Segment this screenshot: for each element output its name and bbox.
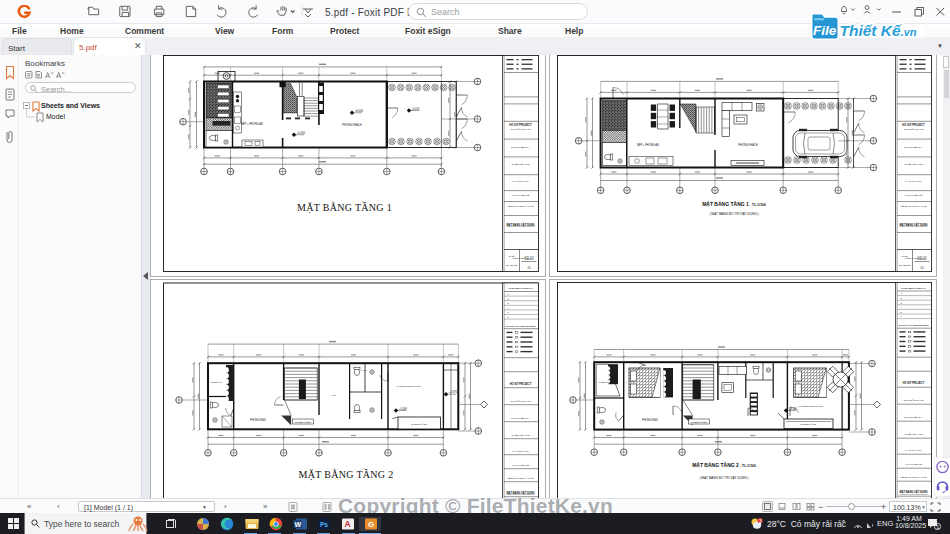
- svg-text:15: 15: [527, 266, 531, 270]
- svg-text:A: A: [345, 519, 351, 529]
- svg-text:TỈ LỆ: TỈ LỆ: [902, 255, 908, 258]
- svg-text:KỸ THUẬT T.K: KỸ THUẬT T.K: [905, 449, 922, 452]
- svg-text:( MẶT BẰNG BỐ TRÍ VẬT DỤNG ): ( MẶT BẰNG BỐ TRÍ VẬT DỤNG ): [699, 475, 748, 480]
- svg-text:CHỦ NHIỆM Đ.A: CHỦ NHIỆM Đ.A: [511, 417, 530, 420]
- svg-text:THÔNG TẦNG: THÔNG TẦNG: [691, 421, 707, 424]
- svg-text:File: File: [813, 23, 837, 38]
- svg-text:1: 1: [936, 524, 939, 530]
- svg-text:x.T.T THIẾT KẾ: x.T.T THIẾT KẾ: [905, 194, 923, 197]
- svg-text:TÊN BẢN VẼ NHÀ PHỐ: TÊN BẢN VẼ NHÀ PHỐ: [901, 205, 927, 208]
- svg-text:MẶT BẰNG TẦNG 1: MẶT BẰNG TẦNG 1: [297, 201, 392, 214]
- svg-text:HẠNG MỤC CÔNG TY: HẠNG MỤC CÔNG TY: [901, 287, 926, 290]
- svg-text:+0.475: +0.475: [360, 369, 367, 371]
- svg-text:PHÒNG NGỦ CHÍNH: PHÒNG NGỦ CHÍNH: [799, 405, 823, 408]
- svg-text:KT-02: KT-02: [524, 256, 533, 260]
- svg-text:TÊN BẢN VẼ NHÀ PHỐ: TÊN BẢN VẼ NHÀ PHỐ: [508, 477, 534, 480]
- svg-text:x.T.T THIẾT KẾ: x.T.T THIẾT KẾ: [905, 463, 922, 466]
- svg-text:±0.000: ±0.000: [355, 109, 363, 113]
- svg-text:THIẾT KẾ / KTS: THIẾT KẾ / KTS: [511, 163, 529, 166]
- svg-text:CHỦ ĐẦU TƯ XD: CHỦ ĐẦU TƯ XD: [511, 400, 531, 403]
- svg-text:THIẾT KẾ / KTS: THIẾT KẾ / KTS: [904, 433, 922, 436]
- svg-text:CHỦ ĐẦU TƯ XD: CHỦ ĐẦU TƯ XD: [904, 128, 924, 131]
- svg-text:-0.020: -0.020: [412, 107, 420, 111]
- svg-text:TRANG SỐ: TRANG SỐ: [506, 264, 518, 266]
- svg-text:15: 15: [920, 266, 924, 270]
- svg-text:MẶT BẰNG TẦNG 2: MẶT BẰNG TẦNG 2: [299, 468, 394, 481]
- svg-text:TÊN BẢN VẼ NHÀ PHỐ: TÊN BẢN VẼ NHÀ PHỐ: [901, 476, 927, 479]
- svg-text:PHÒNG TẮM: PHÒNG TẮM: [210, 381, 222, 383]
- svg-text:THIẾT KẾ / KTS: THIẾT KẾ / KTS: [904, 163, 922, 166]
- svg-text:KT-02: KT-02: [917, 256, 926, 260]
- svg-text:PHÒNG TẦNG: PHÒNG TẦNG: [411, 423, 427, 426]
- svg-text:PHÒNG TẦNG: PHÒNG TẦNG: [800, 423, 816, 426]
- svg-text:CHỦ NHIỆM Đ.A: CHỦ NHIỆM Đ.A: [511, 146, 530, 149]
- svg-text:THIẾT KẾ / KTS: THIẾT KẾ / KTS: [511, 434, 529, 437]
- svg-text:TÊN BẢN VẼ NHÀ PHỐ: TÊN BẢN VẼ NHÀ PHỐ: [508, 205, 534, 208]
- svg-text:KỸ THUẬT T.K: KỸ THUẬT T.K: [512, 450, 529, 453]
- svg-text:x.T.T THIẾT KẾ: x.T.T THIẾT KẾ: [512, 194, 530, 197]
- svg-text:TRANG SỐ: TRANG SỐ: [899, 264, 911, 266]
- svg-text:( MẶT BẰNG BỐ TRÍ VẬT DỤNG ): ( MẶT BẰNG BỐ TRÍ VẬT DỤNG ): [709, 211, 758, 216]
- svg-text:TỈ LỆ: TỈ LỆ: [509, 255, 515, 258]
- svg-text:+2.975: +2.975: [449, 390, 458, 394]
- svg-text:CHỦ ĐẦU TƯ XD: CHỦ ĐẦU TƯ XD: [904, 399, 924, 402]
- svg-text:+3.000: +3.000: [399, 407, 408, 411]
- svg-text:WC: WC: [332, 394, 336, 396]
- svg-text:PHÒNG NGỦ CHÍNH: PHÒNG NGỦ CHÍNH: [397, 385, 421, 388]
- svg-text:x.T.T THIẾT KẾ: x.T.T THIẾT KẾ: [512, 464, 529, 467]
- svg-text:CHỦ ĐẦU TƯ XD: CHỦ ĐẦU TƯ XD: [511, 128, 531, 131]
- svg-text:KỸ THUẬT T.K: KỸ THUẬT T.K: [905, 180, 922, 183]
- svg-text:CHỦ NHIỆM Đ.A: CHỦ NHIỆM Đ.A: [904, 416, 923, 419]
- svg-text:HẠNG MỤC CÔNG TY: HẠNG MỤC CÔNG TY: [508, 287, 533, 290]
- svg-text:THÔNG TẦNG: THÔNG TẦNG: [599, 381, 612, 383]
- svg-text:+0.450: +0.450: [297, 131, 306, 135]
- svg-text:3: 3: [759, 518, 762, 524]
- svg-text:KỸ THUẬT T.K: KỸ THUẬT T.K: [512, 180, 529, 183]
- svg-text:W: W: [295, 521, 302, 528]
- svg-text:CHỦ NHIỆM Đ.A: CHỦ NHIỆM Đ.A: [904, 146, 923, 149]
- svg-text:G: G: [368, 520, 374, 529]
- svg-text:Ps: Ps: [320, 521, 328, 528]
- svg-text:THÔNG TẦNG: THÔNG TẦNG: [295, 421, 311, 424]
